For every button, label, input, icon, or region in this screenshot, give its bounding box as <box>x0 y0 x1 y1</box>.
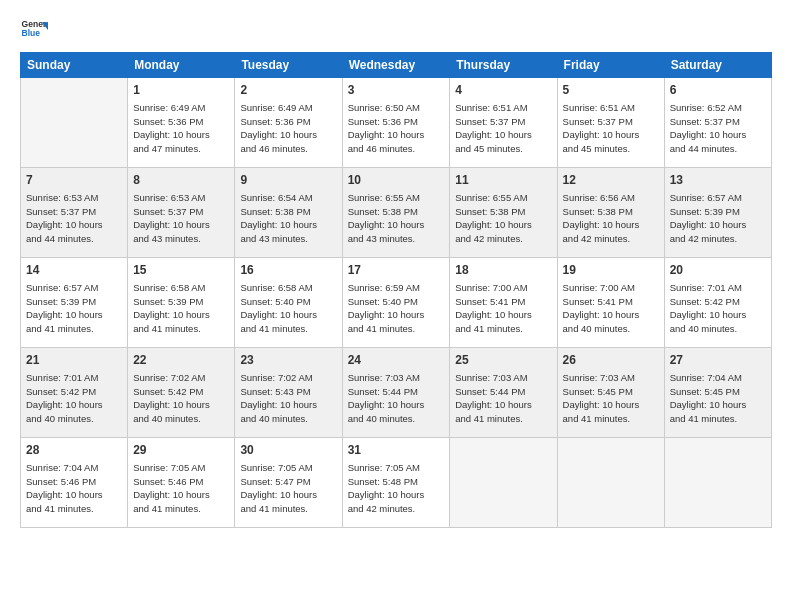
calendar-cell: 10Sunrise: 6:55 AM Sunset: 5:38 PM Dayli… <box>342 168 450 258</box>
day-info: Sunrise: 7:05 AM Sunset: 5:48 PM Dayligh… <box>348 461 445 516</box>
calendar-header-row: SundayMondayTuesdayWednesdayThursdayFrid… <box>21 53 772 78</box>
calendar-cell: 8Sunrise: 6:53 AM Sunset: 5:37 PM Daylig… <box>128 168 235 258</box>
day-info: Sunrise: 7:04 AM Sunset: 5:46 PM Dayligh… <box>26 461 122 516</box>
day-info: Sunrise: 7:05 AM Sunset: 5:46 PM Dayligh… <box>133 461 229 516</box>
logo-icon: General Blue <box>20 16 48 44</box>
calendar-table: SundayMondayTuesdayWednesdayThursdayFrid… <box>20 52 772 528</box>
calendar-cell: 14Sunrise: 6:57 AM Sunset: 5:39 PM Dayli… <box>21 258 128 348</box>
day-number: 10 <box>348 172 445 189</box>
day-info: Sunrise: 6:56 AM Sunset: 5:38 PM Dayligh… <box>563 191 659 246</box>
day-number: 5 <box>563 82 659 99</box>
calendar-cell: 21Sunrise: 7:01 AM Sunset: 5:42 PM Dayli… <box>21 348 128 438</box>
calendar-cell: 9Sunrise: 6:54 AM Sunset: 5:38 PM Daylig… <box>235 168 342 258</box>
day-number: 2 <box>240 82 336 99</box>
day-info: Sunrise: 7:00 AM Sunset: 5:41 PM Dayligh… <box>563 281 659 336</box>
day-info: Sunrise: 7:02 AM Sunset: 5:43 PM Dayligh… <box>240 371 336 426</box>
day-number: 17 <box>348 262 445 279</box>
day-info: Sunrise: 7:03 AM Sunset: 5:44 PM Dayligh… <box>348 371 445 426</box>
svg-text:Blue: Blue <box>22 28 41 38</box>
day-number: 8 <box>133 172 229 189</box>
calendar-week-row: 1Sunrise: 6:49 AM Sunset: 5:36 PM Daylig… <box>21 78 772 168</box>
weekday-header-monday: Monday <box>128 53 235 78</box>
weekday-header-friday: Friday <box>557 53 664 78</box>
calendar-cell: 6Sunrise: 6:52 AM Sunset: 5:37 PM Daylig… <box>664 78 771 168</box>
calendar-cell: 30Sunrise: 7:05 AM Sunset: 5:47 PM Dayli… <box>235 438 342 528</box>
calendar-cell: 26Sunrise: 7:03 AM Sunset: 5:45 PM Dayli… <box>557 348 664 438</box>
day-number: 6 <box>670 82 766 99</box>
calendar-cell: 11Sunrise: 6:55 AM Sunset: 5:38 PM Dayli… <box>450 168 557 258</box>
day-number: 7 <box>26 172 122 189</box>
day-info: Sunrise: 6:55 AM Sunset: 5:38 PM Dayligh… <box>348 191 445 246</box>
day-info: Sunrise: 6:51 AM Sunset: 5:37 PM Dayligh… <box>455 101 551 156</box>
calendar-week-row: 28Sunrise: 7:04 AM Sunset: 5:46 PM Dayli… <box>21 438 772 528</box>
day-number: 20 <box>670 262 766 279</box>
logo: General Blue <box>20 16 52 44</box>
day-info: Sunrise: 7:03 AM Sunset: 5:45 PM Dayligh… <box>563 371 659 426</box>
day-number: 9 <box>240 172 336 189</box>
day-number: 15 <box>133 262 229 279</box>
day-number: 14 <box>26 262 122 279</box>
day-number: 4 <box>455 82 551 99</box>
day-number: 19 <box>563 262 659 279</box>
calendar-cell: 7Sunrise: 6:53 AM Sunset: 5:37 PM Daylig… <box>21 168 128 258</box>
calendar-cell: 19Sunrise: 7:00 AM Sunset: 5:41 PM Dayli… <box>557 258 664 348</box>
day-number: 22 <box>133 352 229 369</box>
day-number: 12 <box>563 172 659 189</box>
day-number: 13 <box>670 172 766 189</box>
day-info: Sunrise: 7:02 AM Sunset: 5:42 PM Dayligh… <box>133 371 229 426</box>
day-info: Sunrise: 6:59 AM Sunset: 5:40 PM Dayligh… <box>348 281 445 336</box>
calendar-week-row: 21Sunrise: 7:01 AM Sunset: 5:42 PM Dayli… <box>21 348 772 438</box>
day-info: Sunrise: 6:51 AM Sunset: 5:37 PM Dayligh… <box>563 101 659 156</box>
calendar-cell: 28Sunrise: 7:04 AM Sunset: 5:46 PM Dayli… <box>21 438 128 528</box>
day-number: 27 <box>670 352 766 369</box>
day-number: 24 <box>348 352 445 369</box>
day-info: Sunrise: 6:57 AM Sunset: 5:39 PM Dayligh… <box>26 281 122 336</box>
day-number: 31 <box>348 442 445 459</box>
weekday-header-thursday: Thursday <box>450 53 557 78</box>
day-info: Sunrise: 7:05 AM Sunset: 5:47 PM Dayligh… <box>240 461 336 516</box>
day-info: Sunrise: 7:03 AM Sunset: 5:44 PM Dayligh… <box>455 371 551 426</box>
day-number: 30 <box>240 442 336 459</box>
day-number: 23 <box>240 352 336 369</box>
day-number: 28 <box>26 442 122 459</box>
calendar-cell: 17Sunrise: 6:59 AM Sunset: 5:40 PM Dayli… <box>342 258 450 348</box>
day-number: 29 <box>133 442 229 459</box>
day-number: 3 <box>348 82 445 99</box>
calendar-week-row: 7Sunrise: 6:53 AM Sunset: 5:37 PM Daylig… <box>21 168 772 258</box>
day-number: 26 <box>563 352 659 369</box>
calendar-cell: 18Sunrise: 7:00 AM Sunset: 5:41 PM Dayli… <box>450 258 557 348</box>
calendar-cell: 3Sunrise: 6:50 AM Sunset: 5:36 PM Daylig… <box>342 78 450 168</box>
calendar-cell: 20Sunrise: 7:01 AM Sunset: 5:42 PM Dayli… <box>664 258 771 348</box>
calendar-cell: 22Sunrise: 7:02 AM Sunset: 5:42 PM Dayli… <box>128 348 235 438</box>
calendar-cell: 24Sunrise: 7:03 AM Sunset: 5:44 PM Dayli… <box>342 348 450 438</box>
calendar-cell: 12Sunrise: 6:56 AM Sunset: 5:38 PM Dayli… <box>557 168 664 258</box>
calendar-cell <box>557 438 664 528</box>
day-number: 18 <box>455 262 551 279</box>
day-number: 1 <box>133 82 229 99</box>
day-info: Sunrise: 7:01 AM Sunset: 5:42 PM Dayligh… <box>670 281 766 336</box>
day-info: Sunrise: 6:49 AM Sunset: 5:36 PM Dayligh… <box>133 101 229 156</box>
day-info: Sunrise: 6:50 AM Sunset: 5:36 PM Dayligh… <box>348 101 445 156</box>
calendar-cell: 29Sunrise: 7:05 AM Sunset: 5:46 PM Dayli… <box>128 438 235 528</box>
day-info: Sunrise: 6:54 AM Sunset: 5:38 PM Dayligh… <box>240 191 336 246</box>
day-info: Sunrise: 6:58 AM Sunset: 5:39 PM Dayligh… <box>133 281 229 336</box>
day-info: Sunrise: 6:53 AM Sunset: 5:37 PM Dayligh… <box>26 191 122 246</box>
calendar-cell: 16Sunrise: 6:58 AM Sunset: 5:40 PM Dayli… <box>235 258 342 348</box>
day-info: Sunrise: 7:04 AM Sunset: 5:45 PM Dayligh… <box>670 371 766 426</box>
day-info: Sunrise: 7:00 AM Sunset: 5:41 PM Dayligh… <box>455 281 551 336</box>
day-info: Sunrise: 6:58 AM Sunset: 5:40 PM Dayligh… <box>240 281 336 336</box>
day-number: 11 <box>455 172 551 189</box>
weekday-header-saturday: Saturday <box>664 53 771 78</box>
day-info: Sunrise: 6:53 AM Sunset: 5:37 PM Dayligh… <box>133 191 229 246</box>
day-info: Sunrise: 6:57 AM Sunset: 5:39 PM Dayligh… <box>670 191 766 246</box>
day-number: 16 <box>240 262 336 279</box>
day-info: Sunrise: 7:01 AM Sunset: 5:42 PM Dayligh… <box>26 371 122 426</box>
day-info: Sunrise: 6:49 AM Sunset: 5:36 PM Dayligh… <box>240 101 336 156</box>
calendar-cell <box>450 438 557 528</box>
page-header: General Blue <box>20 16 772 44</box>
day-info: Sunrise: 6:55 AM Sunset: 5:38 PM Dayligh… <box>455 191 551 246</box>
calendar-cell: 15Sunrise: 6:58 AM Sunset: 5:39 PM Dayli… <box>128 258 235 348</box>
calendar-cell: 31Sunrise: 7:05 AM Sunset: 5:48 PM Dayli… <box>342 438 450 528</box>
weekday-header-sunday: Sunday <box>21 53 128 78</box>
calendar-cell: 1Sunrise: 6:49 AM Sunset: 5:36 PM Daylig… <box>128 78 235 168</box>
